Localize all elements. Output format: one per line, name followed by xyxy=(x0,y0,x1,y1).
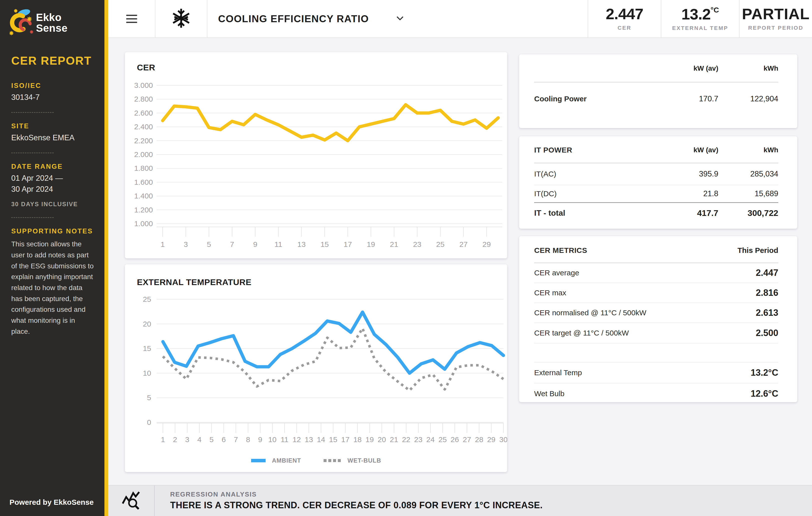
metric-row-cer-max: CER max 2.816 xyxy=(534,283,778,303)
supporting-notes-section: SUPPORTING NOTES This section allows the… xyxy=(0,227,105,337)
cooling-power-card: kW (av) kWh Cooling Power 170.7 122,904 xyxy=(519,54,797,128)
it-power-title: IT POWER xyxy=(534,146,572,154)
date-range-section: DATE RANGE 01 Apr 2024 — 30 Apr 2024 30 … xyxy=(0,163,105,208)
dropdown-title[interactable]: COOLING EFFICIENCY RATIO xyxy=(218,13,369,25)
svg-text:4: 4 xyxy=(197,435,202,444)
wet-bulb-value: 12.6°C xyxy=(718,389,778,399)
sidebar-divider xyxy=(11,217,54,218)
external-temp-label: External Temp xyxy=(534,368,582,377)
stat-cer-value: 2.447 xyxy=(606,6,643,22)
col-kwh: kWh xyxy=(718,64,778,72)
stat-cer: 2.447 CER xyxy=(588,0,661,37)
temperature-line-chart: 2520151050123456789101112131415171819202… xyxy=(125,264,507,457)
col-this-period: This Period xyxy=(703,246,778,255)
regression-bar: REGRESSION ANALYSIS THERE IS A STRONG TR… xyxy=(108,485,812,516)
svg-text:23: 23 xyxy=(414,435,423,444)
svg-text:3: 3 xyxy=(185,435,190,444)
svg-text:17: 17 xyxy=(344,240,352,248)
svg-text:26: 26 xyxy=(451,435,459,444)
it-ac-kw: 395.9 xyxy=(666,170,718,179)
col-kwh: kWh xyxy=(718,146,778,154)
svg-text:12: 12 xyxy=(293,435,301,444)
svg-text:2.400: 2.400 xyxy=(134,123,153,131)
external-temp-value: 13.2°C xyxy=(718,367,778,378)
svg-text:15: 15 xyxy=(329,435,337,444)
report-type-dropdown[interactable]: COOLING EFFICIENCY RATIO xyxy=(218,0,518,37)
cer-normalised-value: 2.613 xyxy=(718,308,778,318)
svg-text:30: 30 xyxy=(499,435,507,444)
site-label: SITE xyxy=(11,122,94,130)
svg-text:1: 1 xyxy=(161,240,165,248)
svg-text:3: 3 xyxy=(184,240,188,248)
regression-divider xyxy=(154,486,155,516)
accent-stripe xyxy=(105,0,108,516)
svg-text:14: 14 xyxy=(317,435,325,444)
sidebar: Ekko Sense CER REPORT ISO/IEC 30134-7 SI… xyxy=(0,0,105,516)
svg-text:20: 20 xyxy=(143,320,151,328)
sidebar-divider xyxy=(11,153,54,153)
svg-text:19: 19 xyxy=(366,435,374,444)
svg-text:27: 27 xyxy=(463,435,471,444)
it-total-kwh: 300,722 xyxy=(718,208,778,218)
metrics-spacer xyxy=(534,343,778,362)
cer-target-label: CER target @ 11°C / 500kW xyxy=(534,329,629,337)
it-total-label: IT - total xyxy=(534,208,565,218)
iso-value: 30134-7 xyxy=(11,92,94,102)
stat-external-temp: 13.2°C EXTERNAL TEMP xyxy=(661,0,739,37)
metric-icon-cell xyxy=(155,0,207,37)
cer-metrics-title: CER METRICS xyxy=(534,246,587,255)
it-dc-kw: 21.8 xyxy=(666,189,718,198)
wet-bulb-label: Wet Bulb xyxy=(534,389,564,398)
metric-row-external-temp: External Temp 13.2°C xyxy=(534,362,778,383)
iso-section: ISO/IEC 30134-7 xyxy=(0,82,105,102)
date-range-label: DATE RANGE xyxy=(11,163,94,171)
powered-by-footer: Powered by EkkoSense xyxy=(9,498,94,507)
svg-text:25: 25 xyxy=(143,295,151,303)
svg-text:11: 11 xyxy=(281,435,288,444)
metric-row-cer-average: CER average 2.447 xyxy=(534,263,778,282)
cer-target-value: 2.500 xyxy=(718,328,778,338)
it-dc-kwh: 15,689 xyxy=(718,189,778,198)
cer-max-value: 2.816 xyxy=(718,287,778,298)
svg-text:25: 25 xyxy=(436,240,444,248)
cer-chart-title: CER xyxy=(137,63,155,72)
svg-text:27: 27 xyxy=(459,240,467,248)
svg-text:25: 25 xyxy=(438,435,447,444)
svg-text:2.800: 2.800 xyxy=(134,95,153,103)
logo-text-line1: Ekko xyxy=(36,12,67,23)
legend-ambient-label: AMBIENT xyxy=(272,457,301,464)
sidebar-divider xyxy=(11,112,54,113)
it-total-kw: 417.7 xyxy=(666,208,718,218)
col-kw-av: kW (av) xyxy=(666,146,718,154)
days-inclusive-note: 30 DAYS INCLUSIVE xyxy=(11,201,94,208)
chevron-down-icon[interactable] xyxy=(396,16,404,22)
stat-cer-label: CER xyxy=(618,25,631,31)
svg-text:1.200: 1.200 xyxy=(134,206,153,214)
hamburger-icon[interactable] xyxy=(126,15,137,23)
stat-external-temp-value: 13.2°C xyxy=(681,6,719,22)
gecko-logo-icon xyxy=(9,7,33,38)
stat-external-temp-label: EXTERNAL TEMP xyxy=(672,25,728,31)
menu-button[interactable] xyxy=(108,0,155,37)
svg-text:1: 1 xyxy=(161,435,165,444)
legend-item-wetbulb: WET-BULB xyxy=(323,457,381,464)
cer-metrics-header-row: CER METRICS This Period xyxy=(534,246,778,255)
snowflake-icon xyxy=(172,8,191,30)
svg-text:21: 21 xyxy=(390,240,398,248)
date-range-value-line2: 30 Apr 2024 xyxy=(11,184,94,194)
svg-text:5: 5 xyxy=(207,240,211,248)
svg-text:9: 9 xyxy=(258,435,262,444)
cooling-power-kw: 170.7 xyxy=(666,94,718,103)
svg-text:28: 28 xyxy=(475,435,483,444)
date-range-value-line1: 01 Apr 2024 — xyxy=(11,173,94,183)
supporting-notes-label: SUPPORTING NOTES xyxy=(11,227,94,235)
svg-text:11: 11 xyxy=(274,240,282,248)
legend-item-ambient: AMBIENT xyxy=(251,457,301,464)
svg-text:7: 7 xyxy=(230,240,234,248)
cer-average-label: CER average xyxy=(534,269,579,277)
svg-text:15: 15 xyxy=(321,240,329,248)
cooling-power-header-row: kW (av) kWh xyxy=(534,64,778,72)
stat-report-period-value: PARTIAL xyxy=(742,6,810,22)
svg-text:1.800: 1.800 xyxy=(134,164,153,172)
svg-text:1.600: 1.600 xyxy=(134,178,153,186)
